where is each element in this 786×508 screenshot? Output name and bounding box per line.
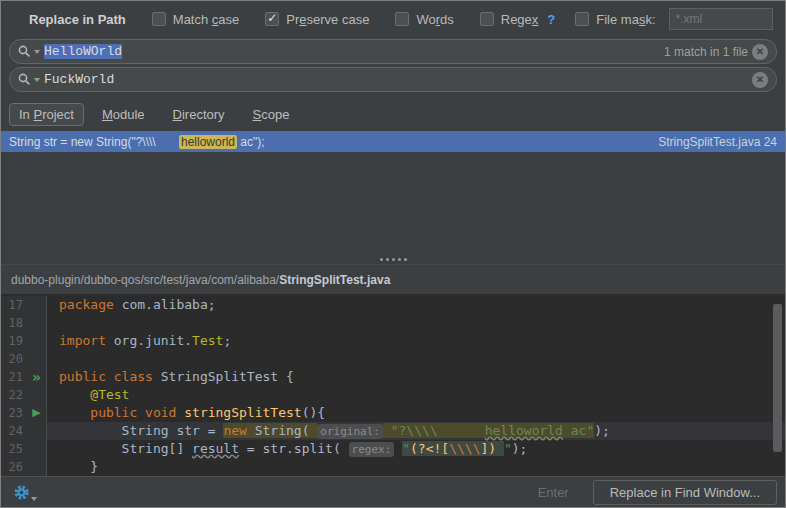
editor-scrollbar[interactable] — [773, 304, 782, 452]
gear-icon — [13, 484, 30, 501]
regex-help-icon[interactable]: ? — [547, 12, 555, 27]
match-count-badge: 1 match in 1 file — [664, 45, 748, 59]
tab-module[interactable]: Module — [92, 103, 155, 126]
line-number: 23 — [1, 404, 27, 422]
code-text — [47, 314, 59, 332]
code-token: String[] — [59, 441, 192, 456]
line-number: 18 — [1, 314, 27, 332]
match-case-checkbox[interactable]: ✓ Match case — [152, 12, 239, 27]
options-toolbar: Replace in Path ✓ Match case ✓ Preserve … — [1, 1, 785, 37]
code-token: String str = — [59, 423, 223, 438]
clear-replace-icon[interactable]: ✕ — [752, 72, 768, 88]
code-token: ); — [594, 423, 610, 438]
code-line[interactable]: 20 — [1, 350, 785, 368]
search-input[interactable]: HelloWOrld — [44, 44, 122, 59]
replace-field[interactable]: FuckWorld ✕ — [9, 67, 777, 92]
file-mask-input[interactable] — [669, 8, 773, 30]
gutter — [27, 314, 47, 332]
gutter — [27, 440, 47, 458]
file-mask-label: File mask: — [596, 12, 655, 27]
code-token: " — [504, 441, 512, 456]
settings-button[interactable] — [13, 484, 37, 501]
clear-search-icon[interactable]: ✕ — [752, 44, 768, 60]
regex-checkbox[interactable]: ✓ Regex ? — [480, 12, 556, 27]
code-text: } — [47, 458, 98, 476]
replace-history-button[interactable] — [17, 72, 40, 87]
gutter — [27, 458, 47, 476]
code-token: original: — [317, 424, 383, 439]
code-token — [59, 387, 90, 402]
line-number: 17 — [1, 296, 27, 314]
code-line[interactable]: 17package com.alibaba; — [1, 296, 785, 314]
replace-in-find-window-button[interactable]: Replace in Find Window... — [593, 480, 777, 505]
code-token: regex: — [349, 442, 395, 457]
search-field[interactable]: HelloWOrld 1 match in 1 file ✕ — [9, 39, 777, 64]
result-row[interactable]: String str = new String("?\\\\ helloworl… — [1, 131, 785, 152]
code-line[interactable]: 22 @Test — [1, 386, 785, 404]
code-text: public void stringSplitTest(){ — [47, 404, 325, 422]
code-line[interactable]: 18 — [1, 314, 785, 332]
code-line[interactable]: 19import org.junit.Test; — [1, 332, 785, 350]
file-mask-checkbox[interactable]: ✓ — [575, 12, 589, 26]
gutter — [27, 350, 47, 368]
tab-in-project[interactable]: In Project — [9, 103, 84, 126]
preserve-case-checkbox[interactable]: ✓ Preserve case — [265, 12, 369, 27]
code-token: new — [223, 423, 246, 438]
line-number: 25 — [1, 440, 27, 458]
code-line[interactable]: 21»public class StringSplitTest { — [1, 368, 785, 386]
checkmark-icon: ✓ — [267, 12, 277, 24]
result-text: String str = new String("?\\\\ helloworl… — [9, 135, 265, 149]
splitter-handle[interactable] — [1, 254, 785, 264]
editor-lines: 17package com.alibaba;1819import org.jun… — [1, 296, 785, 476]
code-text: import org.junit.Test; — [47, 332, 231, 350]
chevron-down-icon — [31, 497, 37, 501]
search-icon — [17, 72, 32, 87]
code-token: = str.split( — [239, 441, 349, 456]
code-text — [47, 350, 59, 368]
breadcrumb-file: StringSplitTest.java — [279, 273, 390, 287]
scope-tabs: In Project Module Directory Scope — [1, 93, 785, 131]
code-token: @Test — [90, 387, 129, 402]
code-line[interactable]: 24 String str = new String( original: "?… — [1, 422, 785, 440]
run-class-icon[interactable]: » — [27, 368, 47, 386]
code-token: import — [59, 333, 114, 348]
file-mask-group: ✓ File mask: — [575, 8, 772, 30]
line-number: 24 — [1, 422, 27, 440]
replace-row: FuckWorld ✕ — [1, 65, 785, 93]
checkbox-box: ✓ — [265, 12, 279, 26]
enter-hint: Enter — [538, 485, 569, 500]
code-token: ]) — [480, 441, 496, 456]
code-preview-editor[interactable]: 17package com.alibaba;1819import org.jun… — [1, 294, 785, 476]
search-history-button[interactable] — [17, 44, 40, 59]
code-token: } — [59, 459, 98, 474]
words-checkbox[interactable]: ✓ Words — [395, 12, 453, 27]
code-token: (?<![ — [410, 441, 449, 456]
footer-bar: Enter Replace in Find Window... — [1, 476, 785, 507]
code-token — [496, 441, 504, 456]
code-text: @Test — [47, 386, 129, 404]
regex-label: Regex — [501, 12, 539, 27]
match-highlight: helloworld — [179, 135, 237, 149]
checkbox-box: ✓ — [395, 12, 409, 26]
replace-input[interactable]: FuckWorld — [44, 72, 114, 87]
breadcrumb[interactable]: dubbo-plugin/dubbo-qos/src/test/java/com… — [1, 264, 785, 294]
line-number: 20 — [1, 350, 27, 368]
code-text: String[] result = str.split( regex: "(?<… — [47, 440, 527, 458]
line-number: 22 — [1, 386, 27, 404]
tab-scope[interactable]: Scope — [243, 103, 300, 126]
checkbox-box: ✓ — [152, 12, 166, 26]
words-label: Words — [416, 12, 453, 27]
run-method-icon[interactable]: ▶ — [27, 404, 47, 422]
code-token: "?\\\\ — [391, 423, 485, 438]
search-icon — [17, 44, 32, 59]
code-line[interactable]: 25 String[] result = str.split( regex: "… — [1, 440, 785, 458]
code-line[interactable]: 23▶ public void stringSplitTest(){ — [1, 404, 785, 422]
tab-directory[interactable]: Directory — [163, 103, 235, 126]
code-token: org.junit. — [114, 333, 192, 348]
code-line[interactable]: 26 } — [1, 458, 785, 476]
results-list-empty-area — [1, 152, 785, 254]
search-row: HelloWOrld 1 match in 1 file ✕ — [1, 37, 785, 65]
code-token — [59, 405, 90, 420]
code-token: Test — [192, 333, 223, 348]
checkbox-box: ✓ — [480, 12, 494, 26]
